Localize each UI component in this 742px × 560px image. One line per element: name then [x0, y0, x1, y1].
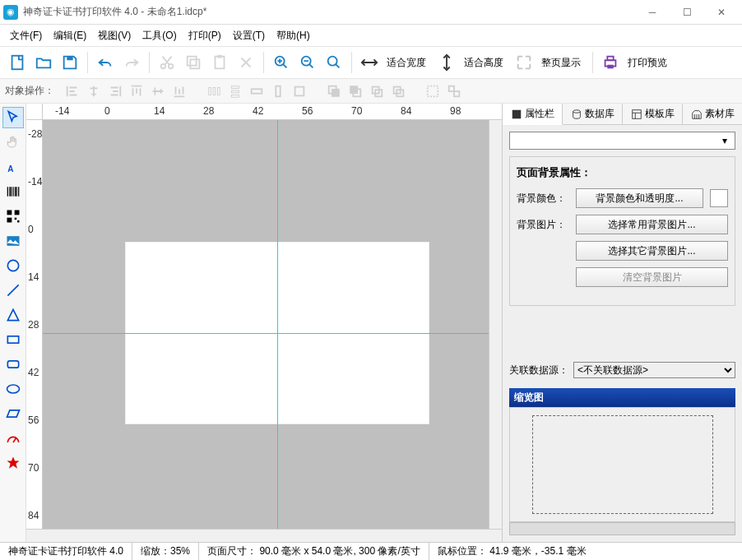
chevron-down-icon: ▾	[718, 135, 731, 146]
ellipse-tool[interactable]	[2, 378, 24, 400]
svg-rect-7	[217, 55, 222, 58]
guide-horizontal[interactable]	[43, 333, 489, 334]
circle-shape-tool[interactable]	[2, 255, 24, 276]
bg-image-clear-button[interactable]: 清空背景图片	[576, 267, 728, 287]
svg-rect-31	[428, 86, 438, 96]
svg-rect-38	[14, 218, 16, 220]
datasource-select[interactable]: <不关联数据源>	[573, 362, 735, 378]
scrollbar-vertical[interactable]	[489, 120, 502, 529]
bring-front-icon	[324, 82, 344, 100]
print-preview-icon[interactable]	[598, 50, 623, 75]
svg-point-44	[7, 385, 19, 393]
ruler-h-scale[interactable]: -14 0 14 28 42 56 70 84 98	[43, 104, 502, 120]
menu-print[interactable]: 打印(P)	[183, 26, 226, 45]
full-page-label[interactable]: 整页显示	[541, 56, 581, 70]
pointer-tool[interactable]	[2, 107, 24, 128]
text-tool[interactable]: A	[2, 156, 24, 178]
save-button[interactable]	[58, 50, 82, 75]
menu-view[interactable]: 视图(V)	[93, 26, 136, 45]
right-content: ▾ 页面背景属性： 背景颜色： 背景颜色和透明度... 背景图片： 选择常用背景…	[503, 125, 742, 542]
thumbnail-scrollbar[interactable]	[509, 522, 735, 535]
rounded-rect-tool[interactable]	[2, 354, 24, 375]
guide-vertical[interactable]	[277, 120, 278, 529]
svg-rect-4	[188, 57, 197, 66]
minimize-button[interactable]: ─	[635, 1, 670, 24]
thumbnail-view[interactable]	[532, 415, 713, 514]
right-panel: 属性栏 数据库 模板库 素材库 ▾ 页面背景属性： 背景颜色： 背景颜色和透明度…	[502, 104, 742, 542]
redo-button[interactable]	[119, 50, 144, 75]
menu-help[interactable]: 帮助(H)	[271, 26, 315, 45]
fit-width-label[interactable]: 适合宽度	[387, 56, 426, 70]
hand-tool[interactable]	[2, 132, 24, 153]
svg-rect-0	[12, 56, 23, 70]
status-page-size: 页面尺寸： 90.0 毫米 x 54.0 毫米, 300 像素/英寸	[199, 543, 429, 560]
gauge-tool[interactable]	[2, 428, 24, 449]
right-tabs: 属性栏 数据库 模板库 素材库	[503, 104, 742, 125]
bg-image-common-button[interactable]: 选择常用背景图片...	[576, 215, 728, 234]
svg-rect-42	[7, 336, 18, 343]
menu-edit[interactable]: 编辑(E)	[49, 26, 91, 45]
canvas-viewport[interactable]	[43, 120, 489, 529]
zoom-reset-button[interactable]	[322, 50, 346, 75]
ungroup-icon	[444, 82, 464, 100]
zoom-out-button[interactable]	[295, 50, 320, 75]
svg-rect-15	[213, 87, 216, 95]
image-tool[interactable]	[2, 230, 24, 252]
datasource-label: 关联数据源：	[509, 363, 568, 377]
title-bar: ◉ 神奇证卡证书打印软件 4.0 - 未命名1.idcp* ─ ☐ ✕	[0, 0, 742, 25]
rectangle-tool[interactable]	[2, 329, 24, 350]
svg-rect-6	[216, 57, 225, 69]
ruler-vertical[interactable]: -28 -14 0 14 28 42 56 70 84	[26, 120, 43, 529]
object-selector[interactable]: ▾	[509, 132, 735, 150]
fit-height-icon[interactable]	[434, 50, 459, 75]
tab-assets[interactable]: 素材库	[683, 104, 742, 124]
maximize-button[interactable]: ☐	[670, 1, 704, 24]
full-page-icon[interactable]	[512, 50, 536, 75]
svg-rect-19	[232, 95, 239, 97]
menu-settings[interactable]: 设置(T)	[228, 26, 270, 45]
svg-rect-17	[232, 86, 239, 88]
object-toolbar: 对象操作：	[0, 79, 742, 104]
barcode-tool[interactable]	[2, 181, 24, 202]
undo-button[interactable]	[93, 50, 118, 75]
svg-rect-35	[7, 211, 12, 215]
ruler-horizontal: -14 0 14 28 42 56 70 84 98	[26, 104, 502, 120]
svg-point-41	[7, 260, 18, 271]
align-left-icon	[63, 82, 82, 100]
paste-button[interactable]	[207, 50, 232, 75]
same-size-icon	[290, 82, 309, 100]
fit-height-label[interactable]: 适合高度	[464, 56, 503, 70]
distribute-v-icon	[225, 82, 245, 100]
qrcode-tool[interactable]	[2, 206, 24, 227]
star-tool[interactable]	[2, 452, 24, 474]
main-toolbar: 适合宽度 适合高度 整页显示 打印预览	[0, 46, 742, 79]
bg-color-button[interactable]: 背景颜色和透明度...	[576, 188, 703, 208]
delete-button[interactable]	[234, 50, 258, 75]
line-tool[interactable]	[2, 280, 24, 301]
print-preview-label[interactable]: 打印预览	[628, 56, 667, 70]
copy-button[interactable]	[181, 50, 206, 75]
menu-file[interactable]: 文件(F)	[5, 26, 47, 45]
same-height-icon	[268, 82, 288, 100]
bg-image-other-button[interactable]: 选择其它背景图片...	[576, 241, 728, 261]
tab-templates[interactable]: 模板库	[623, 104, 683, 124]
svg-rect-37	[7, 218, 12, 223]
zoom-in-button[interactable]	[269, 50, 294, 75]
bg-color-swatch[interactable]	[710, 189, 728, 207]
open-button[interactable]	[31, 50, 56, 75]
work-area: A -14 0 14 28 42 56 70 84 98	[0, 104, 742, 542]
ruler-corner	[26, 104, 43, 120]
cut-button[interactable]	[155, 50, 179, 75]
menu-tool[interactable]: 工具(O)	[137, 26, 181, 45]
scrollbar-horizontal[interactable]	[26, 529, 502, 542]
group-icon	[423, 82, 443, 100]
triangle-tool[interactable]	[2, 304, 24, 326]
tab-properties[interactable]: 属性栏	[503, 104, 563, 125]
align-center-h-icon	[84, 82, 104, 100]
bg-color-label: 背景颜色：	[517, 192, 569, 206]
parallelogram-tool[interactable]	[2, 403, 24, 424]
new-button[interactable]	[5, 50, 30, 75]
tab-database[interactable]: 数据库	[563, 104, 623, 124]
fit-width-icon[interactable]	[357, 50, 382, 75]
close-button[interactable]: ✕	[704, 1, 739, 24]
